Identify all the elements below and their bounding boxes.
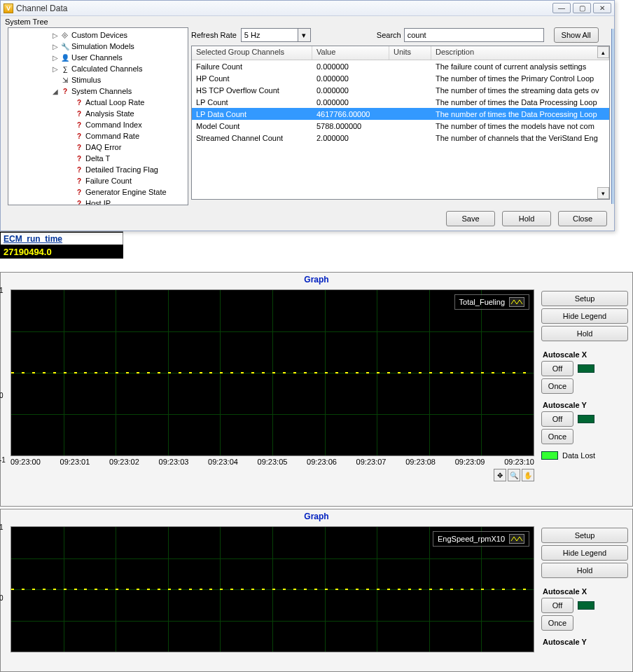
autoscale-y-led-icon [578,415,594,423]
setup-button[interactable]: Setup [541,528,628,543]
crosshair-tool-icon[interactable]: ✥ [494,469,506,481]
hide-legend-button[interactable]: Hide Legend [541,545,628,561]
x-tick: 09:23:04 [208,458,238,466]
graph-panel-2: Graph 1 0 EngSpeed_rpmX10 Setup Hide Leg… [0,509,633,672]
window-title: Channel Data [16,4,552,13]
header-value[interactable]: Value [312,46,389,60]
tree-item[interactable]: ?Delta T [73,153,186,164]
refresh-rate-label: Refresh Rate [191,31,237,39]
tree-item[interactable]: ?Host IP [73,198,186,205]
chevron-down-icon[interactable]: ▾ [298,29,310,41]
tree-item[interactable]: ?Analysis State [73,108,186,119]
model-icon: 🔧 [60,41,70,51]
table-row[interactable]: Model Count5788.000000The number of time… [192,120,609,132]
maximize-button[interactable]: ▢ [573,3,591,13]
tree-item[interactable]: ?DAQ Error [73,142,186,153]
close-dialog-button[interactable]: Close [558,211,607,226]
autoscale-x-led-icon [578,364,594,373]
data-lost-label: Data Lost [562,451,595,460]
background-window-edge [611,29,614,204]
header-name[interactable]: Selected Group Channels [192,46,312,60]
legend[interactable]: Total_Fueling [454,294,529,310]
question-icon: ? [74,198,84,205]
tree-item[interactable]: ?Generator Engine State [73,186,186,198]
question-icon: ? [74,109,84,118]
hide-legend-button[interactable]: Hide Legend [541,308,628,324]
table-row[interactable]: HP Count0.000000The number of times the … [192,72,609,84]
show-all-button[interactable]: Show All [554,27,599,43]
zoom-tool-icon[interactable]: 🔍 [508,469,520,481]
channel-table[interactable]: Selected Group Channels Value Units Desc… [191,46,610,200]
tree-item-calculated-channels[interactable]: ▷∑Calculated Channels [52,63,186,74]
x-tick: 09:23:10 [504,458,534,466]
tree-item-stimulus[interactable]: ⇲Stimulus [52,74,186,85]
minimize-button[interactable]: — [552,3,571,13]
calc-icon: ∑ [60,64,70,74]
tree-item[interactable]: ?Actual Loop Rate [73,97,186,108]
pan-tool-icon[interactable]: ✋ [522,469,534,481]
x-tick: 09:23:09 [455,458,485,466]
x-tick: 09:23:07 [356,458,387,466]
question-icon: ? [74,97,84,107]
x-tick: 09:23:03 [159,458,189,466]
graph-side-controls: Setup Hide Legend Hold Autoscale X Off O… [537,287,632,506]
autoscale-x-off-button[interactable]: Off [541,361,573,376]
tree-item-custom-devices[interactable]: ▷🞜Custom Devices [52,29,186,41]
header-desc[interactable]: Description [431,46,609,60]
y-tick-top: 1 [0,523,4,531]
refresh-rate-combo[interactable]: 5 Hz ▾ [241,28,311,42]
tree-item-simulation-models[interactable]: ▷🔧Simulation Models [52,41,186,52]
autoscale-x-off-button[interactable]: Off [541,598,573,613]
autoscale-y-label: Autoscale Y [543,401,628,409]
tree-item-user-channels[interactable]: ▷👤User Channels [52,52,186,63]
titlebar[interactable]: V Channel Data — ▢ ✕ [1,1,614,16]
refresh-rate-value: 5 Hz [242,31,298,39]
stimulus-icon: ⇲ [60,75,70,85]
search-input[interactable] [404,28,544,42]
system-tree-label: System Tree [5,18,48,26]
question-icon: ? [74,153,84,163]
close-button[interactable]: ✕ [593,3,611,13]
system-tree[interactable]: ▷🞜Custom Devices ▷🔧Simulation Models ▷👤U… [8,27,188,205]
scroll-down-icon[interactable]: ▾ [597,187,609,199]
table-row[interactable]: HS TCP Overflow Count0.000000The number … [192,84,609,96]
question-icon: ? [74,142,84,152]
autoscale-y-off-button[interactable]: Off [541,411,573,427]
table-row[interactable]: Streamed Channel Count2.000000The number… [192,132,609,144]
y-tick-mid: 0 [0,594,4,602]
table-row[interactable]: Failure Count0.000000The failure count o… [192,60,609,72]
legend[interactable]: EngSpeed_rpmX10 [433,531,529,547]
tree-item[interactable]: ?Detailed Tracing Flag [73,164,186,175]
tree-item[interactable]: ?Command Rate [73,130,186,142]
table-row[interactable]: LP Count0.000000The number of times the … [192,96,609,108]
setup-button[interactable]: Setup [541,291,628,306]
question-icon: ? [74,165,84,174]
x-tick: 09:23:01 [60,458,90,466]
autoscale-x-once-button[interactable]: Once [541,378,573,394]
x-tick: 09:23:02 [109,458,139,466]
save-button[interactable]: Save [446,211,495,226]
legend-swatch-icon [509,297,524,307]
table-header[interactable]: Selected Group Channels Value Units Desc… [192,46,609,60]
header-units[interactable]: Units [389,46,431,60]
hold-graph-button[interactable]: Hold [541,326,628,341]
data-lost-led-icon [541,451,558,460]
table-row[interactable]: LP Data Count4617766.00000The number of … [192,108,609,120]
app-icon: V [4,4,13,13]
tree-item[interactable]: ?Command Index [73,119,186,130]
hold-graph-button[interactable]: Hold [541,563,628,578]
autoscale-x-label: Autoscale X [543,587,628,596]
search-label: Search [377,31,401,39]
x-tick: 09:23:00 [11,458,41,466]
hold-button[interactable]: Hold [502,211,551,226]
scroll-up-icon[interactable]: ▴ [597,46,609,58]
plot-canvas[interactable]: Total_Fueling [11,289,534,456]
plot-canvas[interactable]: EngSpeed_rpmX10 [11,526,534,652]
autoscale-x-once-button[interactable]: Once [541,615,573,631]
tree-item[interactable]: ?Failure Count [73,175,186,186]
y-tick-top: 1 [0,287,4,294]
tree-item-system-channels[interactable]: ◢?System Channels [52,85,186,97]
autoscale-y-once-button[interactable]: Once [541,429,573,444]
user-icon: 👤 [60,53,70,62]
x-tick: 09:23:08 [405,458,436,466]
